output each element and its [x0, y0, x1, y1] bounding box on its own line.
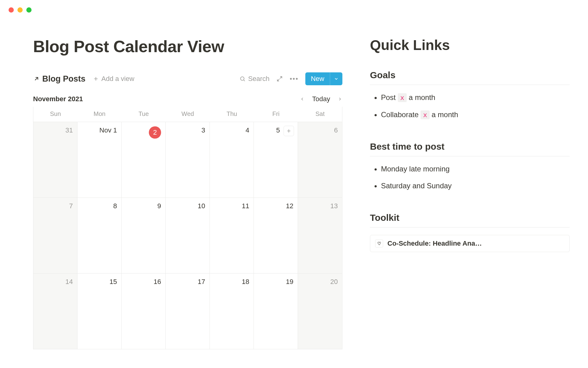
day-number: 13: [330, 202, 338, 210]
weekday-label: Sun: [33, 107, 77, 122]
list-item[interactable]: Saturday and Sunday: [381, 181, 570, 191]
divider: [370, 227, 570, 228]
day-number: Nov 1: [100, 126, 117, 134]
calendar-day-cell[interactable]: 14: [33, 274, 77, 349]
calendar-day-cell[interactable]: 20: [298, 274, 342, 349]
calendar-day-cell[interactable]: 12: [254, 198, 298, 273]
search-label: Search: [248, 75, 270, 83]
calendar-day-cell[interactable]: Nov 1: [77, 122, 122, 197]
calendar-day-cell[interactable]: 4: [210, 122, 254, 197]
calendar-grid: SunMonTueWedThuFriSat 31Nov 123456789101…: [33, 107, 342, 349]
day-number: 9: [157, 202, 161, 210]
toolkit-link-card[interactable]: ♡Co-Schedule: Headline Ana…: [370, 235, 570, 252]
day-number: 6: [334, 126, 338, 134]
calendar-day-cell[interactable]: 10: [166, 198, 210, 273]
day-number: 15: [110, 278, 117, 286]
calendar-day-cell[interactable]: 11: [210, 198, 254, 273]
window-traffic-lights: [9, 7, 32, 13]
weekday-label: Thu: [210, 107, 254, 122]
add-item-button[interactable]: [284, 126, 294, 136]
today-indicator: 2: [149, 126, 161, 139]
fullscreen-window-button[interactable]: [26, 7, 32, 13]
divider: [370, 85, 570, 85]
calendar-day-cell[interactable]: 5: [254, 122, 298, 197]
weekday-label: Fri: [254, 107, 298, 122]
calendar-day-cell[interactable]: 16: [122, 274, 166, 349]
list-item[interactable]: Collaborate x a month: [381, 109, 570, 120]
linked-database-label: Blog Posts: [42, 74, 85, 84]
day-number: 4: [246, 126, 249, 134]
inline-code: x: [398, 93, 407, 102]
day-number: 12: [286, 202, 293, 210]
more-options-button[interactable]: •••: [290, 75, 299, 83]
day-number: 3: [202, 126, 205, 134]
expand-icon[interactable]: [276, 75, 283, 82]
list-item[interactable]: Post x a month: [381, 92, 570, 103]
calendar-day-cell[interactable]: 15: [77, 274, 122, 349]
calendar-day-cell[interactable]: 8: [77, 198, 122, 273]
day-number: 16: [154, 278, 161, 286]
weekday-label: Wed: [166, 107, 210, 122]
new-button-label: New: [305, 72, 330, 85]
next-month-button[interactable]: [337, 97, 342, 102]
calendar-day-cell[interactable]: 7: [33, 198, 77, 273]
database-header: Blog Posts Add a view Search ••• New: [33, 72, 342, 85]
calendar-day-cell[interactable]: 13: [298, 198, 342, 273]
inline-code: x: [420, 110, 429, 119]
day-number: 31: [66, 126, 73, 134]
favicon-icon: ♡: [375, 240, 383, 247]
toolkit-link-label: Co-Schedule: Headline Ana…: [387, 240, 482, 247]
today-button[interactable]: Today: [312, 95, 330, 103]
day-number: 5: [276, 126, 280, 134]
minimize-window-button[interactable]: [17, 7, 23, 13]
weekday-label: Mon: [77, 107, 122, 122]
list-item[interactable]: Monday late morning: [381, 164, 570, 174]
page-title: Blog Post Calendar View: [33, 37, 342, 56]
calendar-day-cell[interactable]: 31: [33, 122, 77, 197]
best-time-list: Monday late morningSaturday and Sunday: [370, 164, 570, 191]
day-number: 7: [69, 202, 73, 210]
day-number: 17: [198, 278, 205, 286]
day-number: 19: [286, 278, 293, 286]
goals-title: Goals: [370, 70, 570, 80]
plus-icon: [93, 76, 99, 82]
day-number: 20: [330, 278, 338, 286]
toolkit-title: Toolkit: [370, 213, 570, 223]
goals-list: Post x a monthCollaborate x a month: [370, 92, 570, 120]
add-view-label: Add a view: [101, 75, 134, 83]
add-view-button[interactable]: Add a view: [93, 75, 134, 83]
calendar-day-cell[interactable]: 2: [122, 122, 166, 197]
new-button[interactable]: New: [305, 72, 342, 85]
best-time-title: Best time to post: [370, 141, 570, 152]
linked-database-title[interactable]: Blog Posts: [33, 74, 85, 84]
calendar-day-cell[interactable]: 3: [166, 122, 210, 197]
open-link-icon: [33, 75, 40, 82]
search-icon: [239, 76, 246, 82]
new-button-dropdown[interactable]: [330, 72, 342, 85]
day-number: 10: [198, 202, 205, 210]
close-window-button[interactable]: [9, 7, 14, 13]
calendar-day-cell[interactable]: 6: [298, 122, 342, 197]
day-number: 11: [242, 202, 249, 210]
month-label: November 2021: [33, 95, 83, 103]
weekday-label: Tue: [122, 107, 166, 122]
weekday-label: Sat: [298, 107, 342, 122]
day-number: 8: [113, 202, 117, 210]
search-button[interactable]: Search: [239, 75, 270, 83]
calendar-day-cell[interactable]: 9: [122, 198, 166, 273]
chevron-down-icon: [334, 76, 339, 81]
plus-icon: [286, 128, 292, 134]
calendar-day-cell[interactable]: 17: [166, 274, 210, 349]
prev-month-button[interactable]: [300, 97, 305, 102]
day-number: 18: [242, 278, 249, 286]
calendar-day-cell[interactable]: 18: [210, 274, 254, 349]
toolkit-list: ♡Co-Schedule: Headline Ana…: [370, 235, 570, 252]
svg-point-0: [240, 77, 244, 80]
divider: [370, 156, 570, 156]
day-number: 14: [66, 278, 73, 286]
calendar-day-cell[interactable]: 19: [254, 274, 298, 349]
quick-links-title: Quick Links: [370, 37, 570, 53]
